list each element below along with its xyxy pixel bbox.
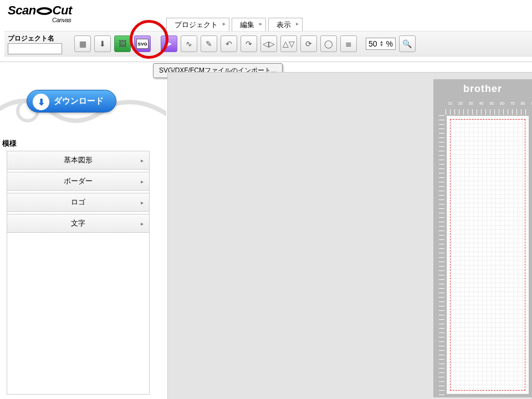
logo-text-1: Scan	[8, 3, 36, 17]
flip-h-icon: ◁▷	[263, 39, 275, 48]
divider	[0, 62, 532, 62]
ruler-vertical	[439, 115, 444, 395]
zoom-tool-button[interactable]: 🔍	[399, 35, 416, 52]
select-tool-button[interactable]: ➤	[161, 35, 177, 52]
pencil-icon: ✎	[206, 39, 212, 48]
mat-grid	[447, 116, 529, 394]
left-panel: ⬇ ダウンロード 模様 基本図形 ボーダー ロゴ 文字	[0, 83, 166, 399]
project-name-label: プロジェクト名	[8, 34, 62, 43]
logo-text-2: Cut	[53, 3, 72, 17]
mat-surface: 10 20 30 40 50 60 70 80 90	[433, 98, 532, 397]
align-button[interactable]: ≣	[340, 35, 357, 52]
undo-icon: ↶	[226, 39, 232, 48]
canvas-area[interactable]: brother 10 20 30 40 50 60 70 80 90	[167, 72, 532, 399]
draw-tool-button[interactable]: ✎	[201, 35, 217, 52]
zoom-value: 50	[369, 39, 377, 48]
project-name-input[interactable]	[8, 43, 62, 54]
align-icon: ≣	[345, 39, 352, 48]
cursor-icon: ➤	[166, 39, 172, 48]
mat-size-button[interactable]: ▦	[74, 35, 91, 52]
patterns-accordion: 基本図形 ボーダー ロゴ 文字	[7, 151, 150, 395]
zoom-suffix: %	[386, 39, 393, 48]
mat-preview: brother 10 20 30 40 50 60 70 80 90	[433, 79, 532, 397]
mat-brand-bar: brother	[433, 79, 532, 98]
group-button[interactable]: ◯	[320, 35, 337, 52]
redo-icon: ↷	[245, 39, 252, 48]
flip-v-icon: △▽	[283, 39, 295, 48]
download-icon: ⬇	[99, 39, 106, 48]
menu-bar: プロジェクト 編集 表示	[166, 18, 303, 32]
menu-project[interactable]: プロジェクト	[166, 18, 229, 32]
download-button[interactable]: ⬇ ダウンロード	[27, 90, 116, 112]
image-icon: 🖼	[119, 39, 126, 48]
flip-h-button[interactable]: ◁▷	[260, 35, 277, 52]
flip-v-button[interactable]: △▽	[280, 35, 297, 52]
toolbar: プロジェクト名 ▦ ⬇ 🖼 SVG ➤ ∿ ✎ ↶ ↷ ◁▷ △▽ ⟳ ◯ ≣ …	[4, 31, 532, 57]
svg-icon: SVG	[136, 39, 149, 49]
grid-icon: ▦	[79, 39, 86, 48]
save-button[interactable]: ⬇	[94, 35, 111, 52]
image-trace-button[interactable]: 🖼	[114, 35, 131, 52]
logo-subtext: Canvas	[52, 17, 72, 23]
path-tool-button[interactable]: ∿	[181, 35, 197, 52]
accordion-logo[interactable]: ロゴ	[7, 193, 149, 212]
group-icon: ◯	[324, 39, 333, 48]
rotate-button[interactable]: ⟳	[300, 35, 317, 52]
download-button-label: ダウンロード	[54, 96, 104, 105]
cut-boundary	[450, 119, 525, 391]
path-icon: ∿	[186, 39, 192, 48]
redo-button[interactable]: ↷	[241, 35, 257, 52]
accordion-text[interactable]: 文字	[7, 214, 149, 233]
accordion-border[interactable]: ボーダー	[7, 172, 149, 191]
ruler-numbers: 10 20 30 40 50 60 70 80 90	[448, 101, 532, 105]
download-arrow-icon: ⬇	[33, 94, 49, 110]
patterns-section-label: 模様	[2, 139, 17, 149]
accordion-basic-shapes[interactable]: 基本図形	[7, 151, 149, 170]
project-name-block: プロジェクト名	[8, 34, 62, 54]
zoom-spinner[interactable]: ▲▼	[380, 40, 384, 47]
ruler-horizontal	[446, 109, 530, 115]
rotate-icon: ⟳	[305, 39, 312, 48]
zoom-input[interactable]: 50 ▲▼ %	[366, 38, 396, 50]
menu-edit[interactable]: 編集	[232, 18, 266, 32]
svg-import-button[interactable]: SVG	[134, 35, 151, 52]
magnifier-icon: 🔍	[402, 39, 412, 48]
menu-view[interactable]: 表示	[268, 18, 303, 32]
app-logo: ScanCut Canvas	[8, 3, 72, 23]
undo-button[interactable]: ↶	[221, 35, 237, 52]
